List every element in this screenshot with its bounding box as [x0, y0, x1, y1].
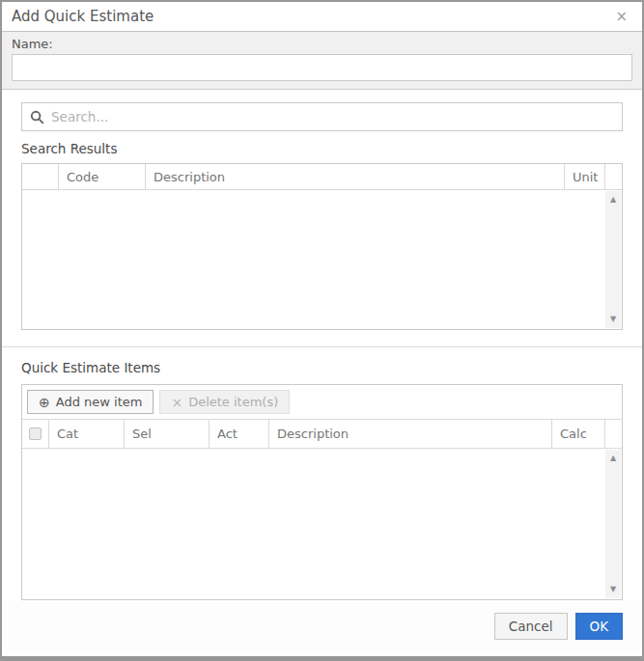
- column-header-sel[interactable]: Sel: [125, 420, 210, 448]
- name-section: Name:: [2, 32, 642, 90]
- column-header-description[interactable]: Description: [269, 420, 552, 448]
- quick-estimate-grid: ⊕ Add new item × Delete item(s) Cat Sel …: [21, 384, 623, 600]
- quick-estimate-section: Quick Estimate Items ⊕ Add new item × De…: [2, 347, 642, 600]
- column-header-spacer: [605, 420, 622, 448]
- scroll-down-icon[interactable]: ▼: [607, 584, 619, 595]
- quick-estimate-toolbar: ⊕ Add new item × Delete item(s): [22, 385, 622, 420]
- delete-items-label: Delete item(s): [188, 395, 278, 409]
- add-circle-icon: ⊕: [39, 396, 50, 409]
- search-results-grid: Code Description Unit ▲ ▼: [21, 163, 623, 330]
- add-quick-estimate-dialog: Add Quick Estimate × Name: Search Result…: [0, 0, 644, 661]
- cancel-button[interactable]: Cancel: [494, 613, 568, 640]
- delete-x-icon: ×: [171, 396, 182, 409]
- search-results-scrollbar[interactable]: ▲ ▼: [605, 191, 621, 328]
- quick-estimate-scrollbar[interactable]: ▲ ▼: [605, 450, 621, 598]
- select-all-cell: [22, 420, 49, 448]
- search-box[interactable]: [21, 102, 623, 131]
- column-header-description[interactable]: Description: [146, 164, 565, 189]
- delete-items-button[interactable]: × Delete item(s): [159, 390, 290, 414]
- search-input[interactable]: [51, 109, 614, 124]
- column-header-calc[interactable]: Calc: [552, 420, 605, 448]
- search-section: Search Results Code Description Unit ▲ ▼: [2, 90, 642, 346]
- column-header-unit[interactable]: Unit: [565, 164, 605, 189]
- column-header-act[interactable]: Act: [210, 420, 269, 448]
- column-header-blank: [22, 164, 59, 189]
- scroll-down-icon[interactable]: ▼: [607, 314, 619, 325]
- name-input[interactable]: [12, 54, 632, 81]
- ok-button[interactable]: OK: [575, 613, 623, 640]
- search-results-header: Code Description Unit: [22, 164, 622, 190]
- column-header-code[interactable]: Code: [59, 164, 146, 189]
- search-icon: [30, 110, 44, 124]
- scroll-up-icon[interactable]: ▲: [607, 194, 619, 206]
- name-label: Name:: [12, 37, 632, 51]
- dialog-footer: Cancel OK: [2, 600, 642, 650]
- add-new-item-button[interactable]: ⊕ Add new item: [27, 390, 154, 414]
- quick-estimate-header: Cat Sel Act Description Calc: [22, 420, 622, 449]
- column-header-cat[interactable]: Cat: [49, 420, 125, 448]
- column-header-spacer: [605, 164, 622, 189]
- search-results-title: Search Results: [21, 141, 623, 156]
- titlebar: Add Quick Estimate ×: [2, 2, 642, 32]
- dialog-title: Add Quick Estimate: [12, 8, 154, 25]
- quick-estimate-title: Quick Estimate Items: [21, 360, 623, 375]
- quick-estimate-body: ▲ ▼: [22, 449, 622, 599]
- search-results-body: ▲ ▼: [22, 190, 622, 329]
- scroll-up-icon[interactable]: ▲: [607, 453, 619, 464]
- select-all-checkbox[interactable]: [29, 427, 42, 440]
- close-icon[interactable]: ×: [612, 8, 630, 26]
- add-new-item-label: Add new item: [56, 395, 143, 409]
